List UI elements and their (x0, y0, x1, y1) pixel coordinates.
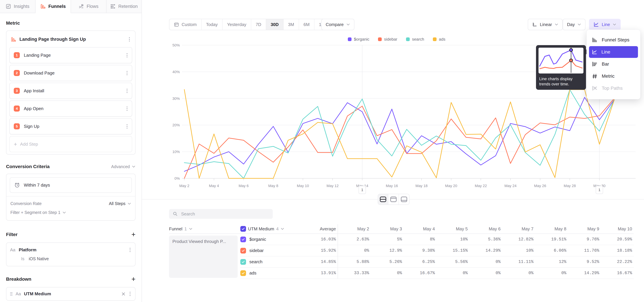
remove-breakdown-icon[interactable] (121, 292, 126, 296)
funnel-step-1[interactable]: 1 Landing Page (10, 47, 132, 63)
annotation-badge[interactable]: 1 (596, 186, 603, 194)
layout-chart-only-button[interactable] (388, 194, 399, 204)
step-kebab-icon[interactable] (126, 70, 128, 76)
conversion-criteria-heading: Conversion Criteria (6, 164, 50, 169)
range-3m[interactable]: 3M (284, 19, 299, 30)
series-checkbox[interactable] (240, 236, 246, 242)
range-30d[interactable]: 30D (266, 19, 284, 30)
filter-kebab-icon[interactable] (129, 247, 132, 253)
value-cell: 5.56% (436, 256, 470, 268)
breakdown-card[interactable]: Aa UTM Medium (6, 287, 136, 301)
funnel-step-5[interactable]: 5 Sign Up (10, 118, 132, 134)
funnel-steps-icon (592, 37, 598, 43)
value-cell: 0% (338, 245, 371, 256)
series-line-organic (184, 97, 614, 171)
menu-item-top-paths: Top Paths (589, 82, 638, 94)
menu-item-funnel-steps[interactable]: Funnel Steps (589, 34, 638, 46)
breakdown-kebab-icon[interactable] (129, 291, 132, 297)
tab-retention[interactable]: Retention (106, 0, 142, 13)
value-cell: 22.22% (601, 256, 634, 268)
funnel-step-4[interactable]: 4 App Open (10, 100, 132, 116)
tab-insights[interactable]: Insights (0, 0, 36, 13)
funnel-name-cell[interactable]: Product Viewed through P... (169, 236, 238, 278)
value-cell: 16.67% (601, 268, 634, 279)
chevron-down-icon (132, 165, 136, 168)
funnel-metric-icon (11, 37, 16, 42)
conversion-window-selector[interactable]: Within 7 days (10, 177, 132, 193)
filter-operator[interactable]: Is (21, 256, 24, 261)
range-6m[interactable]: 6M (299, 19, 314, 30)
drag-handle-icon[interactable] (10, 292, 12, 296)
step-kebab-icon[interactable] (126, 88, 128, 94)
range-yesterday[interactable]: Yesterday (222, 19, 251, 30)
value-cell: 18.18% (601, 245, 634, 256)
breakdown-column-dropdown[interactable]: UTM Medium4 (240, 226, 290, 232)
conversion-rate-steps-dropdown[interactable]: All Steps (109, 201, 131, 206)
compare-button[interactable]: Compare (321, 19, 354, 30)
funnel-kebab-icon[interactable] (128, 36, 131, 42)
add-step-button[interactable]: + Add Step (10, 136, 132, 152)
value-cell: 12.82% (502, 234, 535, 245)
filter-segment-dropdown[interactable]: Filter + Segment on Step 1 (10, 210, 131, 215)
granularity-dropdown-button[interactable]: Day (563, 19, 586, 30)
chevron-down-icon (280, 227, 284, 231)
date-column-header[interactable]: May 10 (601, 226, 634, 232)
average-value-cell: 14.85% (290, 256, 338, 268)
menu-item-metric[interactable]: Metric (589, 70, 638, 82)
scale-dropdown-button[interactable]: Linear (528, 19, 563, 30)
funnel-step-3[interactable]: 3 App Install (10, 83, 132, 99)
chevron-down-icon (189, 227, 192, 231)
advanced-dropdown[interactable]: Advanced (111, 164, 136, 169)
step-kebab-icon[interactable] (126, 106, 128, 112)
add-filter-button[interactable]: + (131, 231, 136, 238)
range-custom[interactable]: Custom (170, 19, 202, 30)
alarm-clock-icon (14, 182, 20, 188)
range-7d[interactable]: 7D (251, 19, 266, 30)
average-value-cell: 15.92% (290, 245, 338, 256)
step-kebab-icon[interactable] (126, 123, 128, 130)
range-today[interactable]: Today (202, 19, 222, 30)
series-checkbox[interactable] (240, 270, 246, 276)
value-cell: 5.88% (338, 256, 371, 268)
series-checkbox[interactable] (240, 259, 246, 265)
menu-item-bar[interactable]: Bar (589, 58, 638, 70)
layout-split-view-button[interactable] (378, 194, 388, 204)
value-cell: 11.76% (568, 245, 601, 256)
funnel-step-2[interactable]: 2 Download Page (10, 65, 132, 81)
date-column-header[interactable]: May 4 (404, 226, 436, 232)
svg-text:May 12: May 12 (326, 184, 338, 188)
line-chart-icon (593, 22, 599, 27)
svg-text:May 6: May 6 (239, 184, 249, 188)
chart-type-dropdown-button[interactable]: Line (589, 19, 621, 30)
svg-text:20%: 20% (172, 123, 180, 127)
date-column-header[interactable]: May 7 (502, 226, 535, 232)
average-column-header[interactable]: Average (290, 224, 338, 234)
step-kebab-icon[interactable] (126, 52, 128, 58)
filter-value[interactable]: iOS Native (29, 256, 49, 261)
date-column-header[interactable]: May 3 (371, 226, 404, 232)
value-cell: 8% (404, 234, 436, 245)
search-input[interactable] (181, 212, 269, 216)
annotation-badge[interactable]: 1 (358, 186, 366, 194)
tooltip-preview-chart (538, 48, 584, 74)
value-cell: 0% (436, 268, 470, 279)
date-column-header[interactable]: May 2 (338, 226, 371, 232)
select-all-checkbox[interactable] (240, 226, 246, 232)
funnel-column-dropdown[interactable]: Funnel1 (169, 226, 240, 232)
add-breakdown-button[interactable]: + (131, 276, 136, 283)
date-range-segmented-control: CustomTodayYesterday7D30D3M6M12M (169, 19, 332, 30)
tab-flows[interactable]: Flows (71, 0, 106, 13)
line-chart-tooltip: Line charts display trends over time. (536, 45, 586, 90)
menu-item-line[interactable]: Line (589, 46, 638, 58)
svg-text:May 18: May 18 (416, 184, 428, 188)
date-column-header[interactable]: May 8 (535, 226, 568, 232)
date-column-header[interactable]: May 5 (436, 226, 470, 232)
tab-funnels[interactable]: Funnels (36, 0, 71, 13)
date-column-header[interactable]: May 9 (568, 226, 601, 232)
series-checkbox[interactable] (240, 248, 246, 254)
value-cell: 0% (502, 268, 535, 279)
table-search-box[interactable] (169, 209, 273, 219)
date-column-header[interactable]: May 6 (470, 226, 502, 232)
layout-table-only-button[interactable] (399, 194, 409, 204)
filter-card[interactable]: Aa Platform Is iOS Native (6, 242, 136, 266)
